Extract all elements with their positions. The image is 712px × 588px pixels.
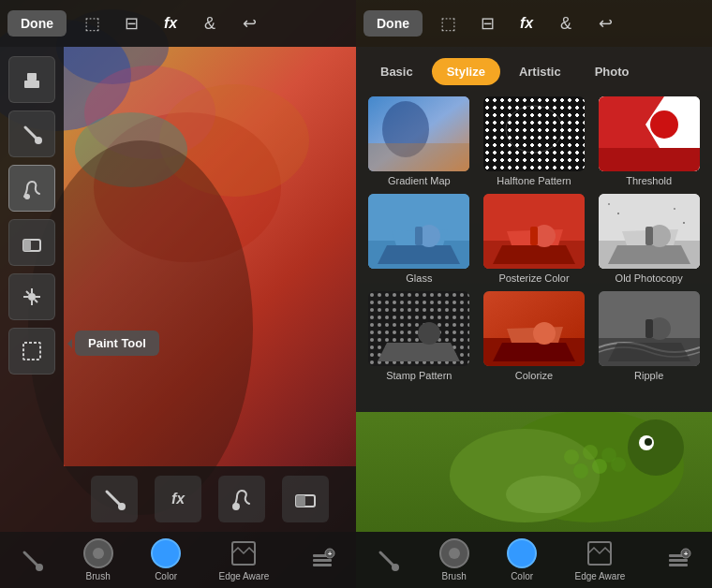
svg-rect-8 bbox=[27, 73, 37, 81]
filter-glass[interactable]: Glass bbox=[365, 194, 473, 284]
left-select-icon[interactable]: ⬚ bbox=[78, 9, 106, 37]
svg-rect-87 bbox=[669, 559, 688, 562]
sub-erase-button[interactable] bbox=[282, 476, 329, 522]
svg-line-18 bbox=[26, 291, 29, 294]
svg-rect-26 bbox=[296, 495, 305, 507]
left-bottom-brush-icon[interactable] bbox=[19, 547, 45, 573]
filter-tab-bar: Basic Stylize Artistic Photo bbox=[365, 58, 703, 85]
left-panel: Done ⬚ ⊟ fx & ↩ Paint Tool bbox=[0, 0, 356, 588]
magic-wand-button[interactable] bbox=[8, 273, 55, 320]
tab-photo[interactable]: Photo bbox=[580, 58, 645, 85]
svg-point-10 bbox=[35, 137, 42, 144]
filter-gradient-map[interactable]: Gradient Map bbox=[365, 96, 473, 186]
colorize-label: Colorize bbox=[515, 370, 553, 381]
right-done-button[interactable]: Done bbox=[363, 10, 423, 37]
tab-basic[interactable]: Basic bbox=[365, 58, 428, 85]
filter-ripple[interactable]: Ripple bbox=[595, 291, 703, 381]
svg-rect-33 bbox=[313, 564, 332, 566]
left-toolbar-top: Done ⬚ ⊟ fx & ↩ bbox=[0, 0, 356, 47]
stamp-tool-button[interactable] bbox=[8, 56, 55, 103]
right-bottom-color[interactable]: Color bbox=[507, 538, 537, 581]
svg-rect-54 bbox=[599, 148, 700, 171]
right-brush-circle bbox=[439, 538, 469, 568]
svg-rect-81 bbox=[645, 319, 653, 338]
svg-rect-69 bbox=[674, 208, 675, 210]
tab-stylize[interactable]: Stylize bbox=[432, 58, 500, 85]
halftone-pattern-thumb bbox=[483, 96, 585, 171]
right-bottom-brush[interactable]: Brush bbox=[439, 538, 469, 581]
glass-thumb bbox=[368, 194, 469, 269]
right-undo-icon[interactable]: ↩ bbox=[591, 9, 619, 37]
right-bottom-layers[interactable]: + bbox=[663, 545, 693, 575]
stamp-pattern-label: Stamp Pattern bbox=[386, 370, 452, 381]
ripple-label: Ripple bbox=[634, 370, 663, 381]
svg-point-38 bbox=[628, 419, 684, 476]
right-ampersand-icon[interactable]: & bbox=[552, 9, 580, 37]
left-bottom-layers[interactable]: + bbox=[307, 545, 337, 575]
sub-fill-button[interactable] bbox=[218, 476, 265, 522]
svg-point-20 bbox=[28, 293, 36, 301]
left-bottom-edge-aware[interactable]: Edge Aware bbox=[219, 538, 270, 581]
svg-point-45 bbox=[592, 459, 607, 474]
svg-rect-48 bbox=[368, 96, 469, 171]
filter-panel: Basic Stylize Artistic Photo Gradient Ma… bbox=[356, 47, 712, 412]
old-photocopy-thumb bbox=[599, 194, 700, 269]
tab-artistic[interactable]: Artistic bbox=[504, 58, 576, 85]
svg-point-24 bbox=[232, 503, 240, 510]
svg-line-19 bbox=[35, 300, 37, 302]
svg-text:+: + bbox=[683, 550, 688, 558]
left-bottom-toolbar: Brush Color Edge Aware + bbox=[0, 532, 356, 588]
svg-point-29 bbox=[93, 548, 104, 559]
svg-point-53 bbox=[650, 110, 678, 139]
filter-threshold[interactable]: Threshold bbox=[595, 96, 703, 186]
erase-tool-button[interactable] bbox=[8, 219, 55, 266]
svg-line-82 bbox=[380, 552, 393, 566]
left-ampersand-icon[interactable]: & bbox=[196, 9, 224, 37]
left-bottom-brush[interactable]: Brush bbox=[83, 538, 113, 581]
svg-rect-62 bbox=[530, 227, 538, 245]
ripple-thumb bbox=[599, 291, 700, 366]
svg-line-27 bbox=[24, 552, 37, 566]
right-color-label: Color bbox=[511, 571, 533, 581]
filter-posterize-color[interactable]: Posterize Color bbox=[481, 194, 588, 284]
right-fx-icon[interactable]: fx bbox=[512, 9, 541, 37]
right-bottom-brush-icon[interactable] bbox=[375, 547, 401, 573]
colorize-thumb bbox=[483, 291, 585, 366]
svg-rect-66 bbox=[645, 227, 653, 245]
svg-rect-50 bbox=[368, 143, 469, 171]
right-select-icon[interactable]: ⬚ bbox=[434, 9, 462, 37]
gradient-map-thumb bbox=[368, 96, 469, 171]
svg-point-74 bbox=[418, 322, 440, 345]
old-photocopy-label: Old Photocopy bbox=[616, 272, 683, 284]
threshold-label: Threshold bbox=[626, 175, 672, 186]
select-tool-button[interactable] bbox=[8, 328, 55, 375]
left-bottom-color[interactable]: Color bbox=[151, 538, 181, 581]
svg-point-83 bbox=[392, 564, 399, 571]
right-color-circle bbox=[507, 538, 537, 568]
halftone-pattern-label: Halftone Pattern bbox=[497, 175, 571, 186]
paint-tool-button[interactable] bbox=[8, 165, 55, 212]
sub-fx-button[interactable]: fx bbox=[155, 476, 201, 522]
left-done-button[interactable]: Done bbox=[7, 10, 67, 37]
svg-text:+: + bbox=[327, 550, 332, 558]
svg-rect-88 bbox=[669, 564, 688, 566]
left-sliders-icon[interactable]: ⊟ bbox=[117, 9, 145, 37]
brush-tool-button[interactable] bbox=[8, 110, 55, 157]
right-sliders-icon[interactable]: ⊟ bbox=[473, 9, 501, 37]
filter-stamp-pattern[interactable]: Stamp Pattern bbox=[365, 291, 473, 381]
svg-rect-32 bbox=[313, 559, 332, 562]
posterize-color-thumb bbox=[483, 194, 585, 269]
threshold-thumb bbox=[599, 96, 700, 171]
color-circle bbox=[151, 538, 181, 568]
filter-old-photocopy[interactable]: Old Photocopy bbox=[595, 194, 703, 284]
sub-brush-button[interactable] bbox=[91, 476, 138, 522]
svg-line-9 bbox=[25, 127, 37, 139]
filter-halftone-pattern[interactable]: Halftone Pattern bbox=[481, 96, 588, 186]
left-fx-icon[interactable]: fx bbox=[156, 9, 185, 37]
left-undo-icon[interactable]: ↩ bbox=[235, 9, 263, 37]
filter-colorize[interactable]: Colorize bbox=[481, 291, 588, 381]
right-bottom-edge-aware[interactable]: Edge Aware bbox=[575, 538, 626, 581]
color-label: Color bbox=[155, 571, 177, 581]
svg-point-77 bbox=[533, 322, 556, 345]
svg-point-11 bbox=[24, 194, 30, 199]
